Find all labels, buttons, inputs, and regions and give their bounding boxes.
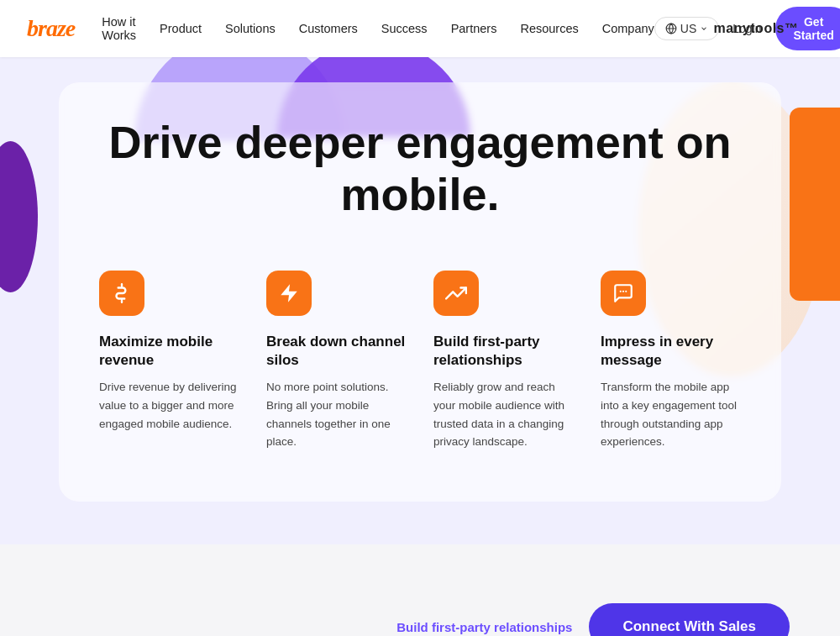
- hero-title: Drive deeper engagement on mobile.: [99, 116, 741, 220]
- hero-card: Drive deeper engagement on mobile. Maxim…: [59, 82, 781, 502]
- dollar-icon: [111, 282, 133, 304]
- navbar: braze How it Works Product Solutions Cus…: [0, 0, 840, 57]
- svg-point-2: [620, 291, 622, 292]
- feature-card-revenue: Maximize mobile revenue Drive revenue by…: [99, 271, 239, 451]
- nav-link-success[interactable]: Success: [381, 22, 428, 35]
- svg-marker-1: [281, 284, 297, 302]
- feature-title-2: Build first-party relationships: [433, 333, 574, 370]
- logo[interactable]: braze: [27, 15, 75, 42]
- nav-link-product[interactable]: Product: [160, 22, 202, 35]
- bottom-section: Build first-party relationships Connect …: [0, 544, 840, 636]
- feature-desc-3: Transform the mobile app into a key enga…: [601, 378, 741, 450]
- nav-link-customers[interactable]: Customers: [299, 22, 358, 35]
- bottom-label: Build first-party relationships: [396, 620, 572, 634]
- feature-card-relationships: Build first-party relationships Reliably…: [433, 271, 574, 451]
- nav-link-solutions[interactable]: Solutions: [225, 22, 276, 35]
- feature-desc-2: Reliably grow and reach your mobile audi…: [433, 378, 574, 450]
- lightning-icon: [278, 282, 300, 304]
- nav-link-how-it-works[interactable]: How it Works: [102, 15, 136, 42]
- feature-title-1: Break down channel silos: [266, 333, 407, 370]
- connect-with-sales-button[interactable]: Connect With Sales: [589, 603, 790, 636]
- trending-icon: [445, 282, 467, 304]
- feature-card-silos: Break down channel silos No more point s…: [266, 271, 407, 451]
- nav-link-resources[interactable]: Resources: [520, 22, 578, 35]
- feature-title-0: Maximize mobile revenue: [99, 333, 239, 370]
- feature-icon-lightning: [266, 271, 312, 316]
- feature-desc-0: Drive revenue by delivering value to a b…: [99, 378, 239, 433]
- feature-icon-message: [601, 271, 646, 316]
- feature-desc-1: No more point solutions. Bring all your …: [266, 378, 407, 450]
- svg-point-4: [625, 291, 627, 292]
- nav-link-partners[interactable]: Partners: [451, 22, 497, 35]
- svg-point-3: [622, 291, 624, 292]
- nav-link-company[interactable]: Company: [602, 22, 654, 35]
- feature-icon-dollar: [99, 271, 144, 316]
- feature-cards: Maximize mobile revenue Drive revenue by…: [99, 271, 741, 502]
- feature-title-3: Impress in every message: [601, 333, 741, 370]
- feature-card-message: Impress in every message Transform the m…: [601, 271, 741, 451]
- message-icon: [612, 282, 634, 304]
- manytools-badge: manytools™: [672, 0, 840, 57]
- nav-links: How it Works Product Solutions Customers…: [102, 15, 654, 42]
- feature-icon-trending: [433, 271, 479, 316]
- hero-section: Drive deeper engagement on mobile. Maxim…: [0, 57, 840, 544]
